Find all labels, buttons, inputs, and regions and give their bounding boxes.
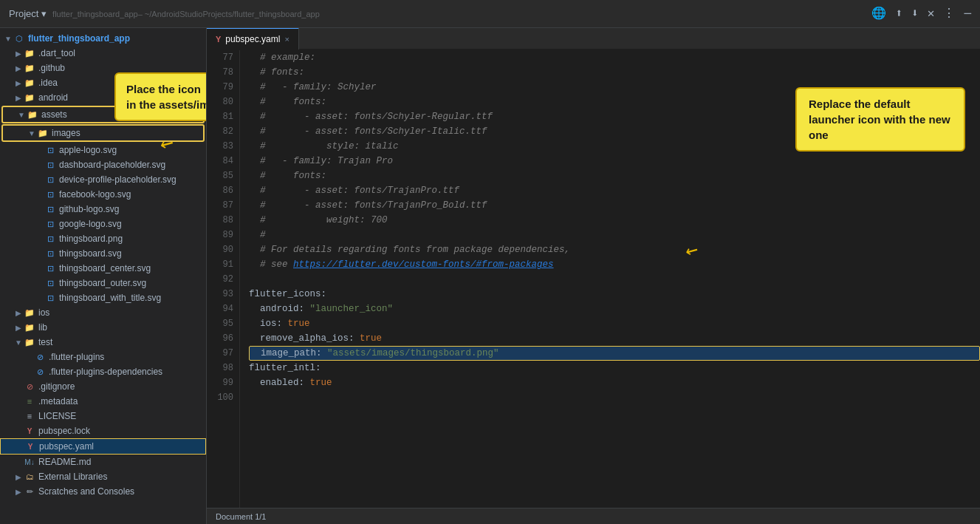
sidebar-item-readme[interactable]: M↓ README.md xyxy=(0,455,206,469)
code-line-91: # see https://flutter.dev/custom-fonts/#… xyxy=(249,257,980,272)
code-text: flutter_icons: xyxy=(249,287,326,302)
line-num-84: 84 xyxy=(207,154,233,169)
thingsboard-svg-label: thingsboard.svg xyxy=(59,248,122,259)
flutter-plugins-deps-label: .flutter-plugins-dependencies xyxy=(49,367,162,377)
code-line-86: # - asset: fonts/TrajanPro.ttf xyxy=(249,183,980,198)
assets-folder-icon: 📁 xyxy=(27,109,38,120)
line-num-98: 98 xyxy=(207,361,233,375)
lib-arrow: ▶ xyxy=(13,324,24,332)
sidebar-item-test[interactable]: ▼ 📁 test xyxy=(0,335,206,350)
folder-icon: 📁 xyxy=(24,321,35,333)
menu-icon[interactable]: ⋮ xyxy=(943,8,955,20)
project-label[interactable]: Project ▾ xyxy=(9,8,47,19)
external-libs-arrow: ▶ xyxy=(13,473,24,481)
line-num-88: 88 xyxy=(207,213,233,228)
svg-icon: ⊡ xyxy=(44,262,56,274)
thingsboard-title-label: thingsboard_with_title.svg xyxy=(59,293,161,303)
sidebar-item-pubspec-yaml[interactable]: Y pubspec.yaml xyxy=(0,438,206,455)
svg-icon: ⊡ xyxy=(44,159,56,171)
code-text: # style: italic xyxy=(249,139,399,154)
code-line-93: flutter_icons: xyxy=(249,287,980,302)
line-num-90: 90 xyxy=(207,242,233,257)
dart-icon: ⊘ xyxy=(34,366,46,378)
sidebar-item-thingsboard-outer[interactable]: ⊡ thingsboard_outer.svg xyxy=(0,276,206,290)
test-label: test xyxy=(38,337,52,347)
line-num-89: 89 xyxy=(207,228,233,242)
sidebar-item-github-logo[interactable]: ⊡ github-logo.svg xyxy=(0,202,206,217)
sidebar-item-metadata[interactable]: ≡ .metadata xyxy=(0,394,206,409)
git-icon: ⊘ xyxy=(24,381,35,392)
tab-bar: Y pubspec.yaml × xyxy=(207,28,980,50)
sidebar-item-thingsboard-title[interactable]: ⊡ thingsboard_with_title.svg xyxy=(0,290,206,305)
code-line-85: # fonts: xyxy=(249,169,980,183)
code-text: # - asset: fonts/Schyler-Regular.ttf xyxy=(249,109,493,124)
license-label: LICENSE xyxy=(38,411,76,421)
thingsboard-center-label: thingsboard_center.svg xyxy=(59,263,151,273)
github-arrow: ▶ xyxy=(13,64,24,72)
dart-icon: ⊘ xyxy=(34,351,46,363)
line-num-83: 83 xyxy=(207,139,233,154)
tab-close-button[interactable]: × xyxy=(284,35,289,44)
yaml-icon: Y xyxy=(24,440,36,452)
sidebar-item-flutter-plugins-deps[interactable]: ⊘ .flutter-plugins-dependencies xyxy=(0,364,206,379)
sidebar-item-license[interactable]: ≡ LICENSE xyxy=(0,409,206,423)
test-arrow: ▼ xyxy=(13,338,24,347)
nav-up-icon[interactable]: ⬆ xyxy=(895,8,902,20)
sidebar-item-dashboard-placeholder[interactable]: ⊡ dashboard-placeholder.svg xyxy=(0,157,206,172)
editor-area: Y pubspec.yaml × Replace the default lau… xyxy=(207,28,980,524)
sidebar-item-device-profile[interactable]: ⊡ device-profile-placeholder.svg xyxy=(0,172,206,187)
sidebar-item-flutter-plugins[interactable]: ⊘ .flutter-plugins xyxy=(0,350,206,364)
main-layout: Place the iconin the assets/images folde… xyxy=(0,28,980,524)
line-num-93: 93 xyxy=(207,287,233,302)
sidebar-item-external-libs[interactable]: ▶ 🗂 External Libraries xyxy=(0,469,206,484)
line-num-86: 86 xyxy=(207,183,233,198)
code-line-99: enabled: true xyxy=(249,375,980,390)
line-num-97: 97 xyxy=(207,346,233,361)
nav-down-icon[interactable]: ⬇ xyxy=(911,8,919,20)
apple-logo-label: apple-logo.svg xyxy=(59,145,117,155)
sidebar-item-ios[interactable]: ▶ 📁 ios xyxy=(0,305,206,320)
idea-label: .idea xyxy=(38,78,58,88)
github-label: .github xyxy=(38,63,65,73)
dart-tool-label: .dart_tool xyxy=(38,48,75,58)
sidebar-item-scratches[interactable]: ▶ ✏ Scratches and Consoles xyxy=(0,484,206,499)
tab-pubspec-yaml[interactable]: Y pubspec.yaml × xyxy=(207,28,299,50)
sidebar-item-lib[interactable]: ▶ 📁 lib xyxy=(0,320,206,335)
sidebar-item-google-logo[interactable]: ⊡ google-logo.svg xyxy=(0,217,206,231)
close-icon[interactable]: ✕ xyxy=(928,8,935,20)
ios-label: ios xyxy=(38,307,49,318)
code-text: # - family: Schyler xyxy=(249,80,377,95)
sidebar-item-dart-tool[interactable]: ▶ 📁 .dart_tool xyxy=(0,46,206,61)
sidebar-item-facebook-logo[interactable]: ⊡ facebook-logo.svg xyxy=(0,187,206,202)
sidebar-item-gitignore[interactable]: ⊘ .gitignore xyxy=(0,379,206,394)
sidebar-item-images[interactable]: ▼ 📁 images xyxy=(1,124,205,142)
code-line-90: # For details regarding fonts from packa… xyxy=(249,242,980,257)
tab-label: pubspec.yaml xyxy=(225,34,280,44)
metadata-label: .metadata xyxy=(38,396,78,406)
sidebar-item-thingsboard-center[interactable]: ⊡ thingsboard_center.svg xyxy=(0,261,206,276)
line-num-80: 80 xyxy=(207,95,233,109)
globe-icon[interactable]: 🌐 xyxy=(871,8,886,20)
code-text: # weight: 700 xyxy=(249,213,388,228)
folder-icon: 📁 xyxy=(24,62,35,74)
scratches-arrow: ▶ xyxy=(13,488,24,496)
svg-icon: ⊡ xyxy=(44,144,56,156)
project-full-path: – ~/AndroidStudioProjects/flutter_things… xyxy=(138,10,320,18)
document-status: Document 1/1 xyxy=(216,512,266,521)
svg-icon: ⊡ xyxy=(44,188,56,200)
pubspec-lock-label: pubspec.lock xyxy=(38,426,90,436)
md-icon: M↓ xyxy=(24,456,35,468)
svg-icon: ⊡ xyxy=(44,218,56,230)
sidebar-item-thingsboard-svg[interactable]: ⊡ thingsboard.svg xyxy=(0,246,206,261)
code-text: ios: true xyxy=(249,316,310,331)
folder-icon: 📁 xyxy=(24,92,35,103)
status-bar: Document 1/1 xyxy=(207,508,980,524)
idea-arrow: ▶ xyxy=(13,79,24,87)
tree-root[interactable]: ▼ ⬡ flutter_thingsboard_app xyxy=(0,31,206,46)
sidebar: Place the iconin the assets/images folde… xyxy=(0,28,207,524)
sidebar-item-pubspec-lock[interactable]: Y pubspec.lock xyxy=(0,423,206,438)
sidebar-item-thingsboard-png[interactable]: ⊡ thingsboard.png xyxy=(0,231,206,246)
flutter-icon: ⬡ xyxy=(13,33,25,44)
ios-arrow: ▶ xyxy=(13,309,24,317)
minimize-icon[interactable]: ─ xyxy=(964,8,971,20)
